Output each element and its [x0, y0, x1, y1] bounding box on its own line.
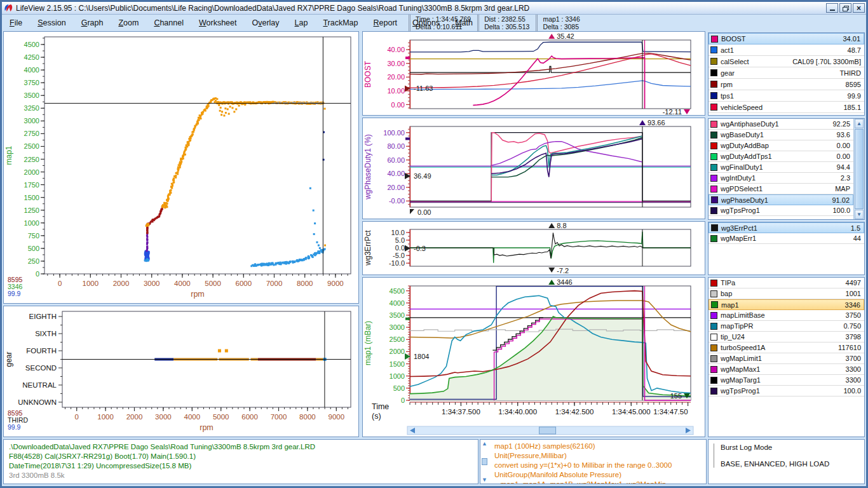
channel-value: 3700: [846, 355, 864, 362]
lifeview-logo-icon: [4, 4, 13, 12]
svg-text:4000: 4000: [184, 413, 201, 421]
channel-row-wgBaseDuty1[interactable]: wgBaseDuty193.6: [709, 130, 853, 140]
channel-row-mapLimitBase[interactable]: mapLimitBase3750: [709, 310, 864, 321]
channel-name: wgDutyAddBap: [721, 142, 837, 149]
svg-text:10.00: 10.00: [387, 87, 405, 95]
channel-value: 4497: [846, 279, 864, 287]
channel-value: 100.0: [832, 207, 853, 214]
window-title: LifeView 2.15.95 : C:\Users\Public\Docum…: [16, 4, 826, 13]
minimize-button[interactable]: [826, 3, 838, 13]
channel-name: tps1: [721, 92, 848, 100]
channel-row-wgMapLimit1[interactable]: wgMapLimit13700: [709, 353, 864, 364]
channel-list-main: BOOST34.01act148.7calSelectCAL09 [.70L 3…: [708, 32, 865, 116]
scroll-down-icon[interactable]: ▼: [855, 210, 864, 219]
channel-row-wgIntDuty1[interactable]: wgIntDuty12.3: [709, 173, 853, 184]
channel-row-bap[interactable]: bap1001: [709, 288, 864, 299]
channel-row-wgFinalDuty1[interactable]: wgFinalDuty194.4: [709, 162, 853, 173]
menu-item-file[interactable]: File: [2, 16, 30, 30]
svg-text:1750: 1750: [24, 181, 39, 189]
channel-row-rpm[interactable]: rpm8595: [709, 79, 864, 90]
channel-name: rpm: [721, 81, 846, 88]
status-group-0: Time : 1:34:45.769Delta : 0:10.611: [409, 15, 477, 31]
scroll-up-icon[interactable]: ▲: [482, 440, 487, 447]
scroll-down-icon[interactable]: ▼: [482, 477, 487, 483]
channel-color-swatch: [710, 46, 717, 53]
channel-row-tps1[interactable]: tps199.9: [709, 90, 864, 102]
scroll-thumb[interactable]: [855, 129, 864, 209]
channel-row-wgAntiphaseDuty1[interactable]: wgAntiphaseDuty192.25: [709, 119, 853, 130]
svg-text:2000: 2000: [390, 348, 405, 355]
svg-text:2500: 2500: [390, 336, 405, 343]
channel-row-calSelect[interactable]: calSelectCAL09 [.70L 3300mB]: [709, 56, 864, 67]
channel-row-wgMapErr1[interactable]: wgMapErr144: [709, 233, 864, 244]
svg-text:99.9: 99.9: [8, 290, 21, 297]
channel-row-map1[interactable]: map13346: [709, 299, 864, 310]
channel-row-mapTipPR[interactable]: mapTipPR0.750: [709, 321, 864, 332]
channel-list-wgduty: wgAntiphaseDuty192.25wgBaseDuty193.6wgDu…: [708, 118, 865, 220]
channel-row-wgMapMax1[interactable]: wgMapMax13300: [709, 364, 864, 375]
svg-text:9000: 9000: [327, 280, 344, 287]
menu-item-lap[interactable]: Lap: [287, 16, 316, 30]
wg3errpct-time-chart[interactable]: -10.0-5.00.05.010.0-0.38.8-7.2wg3ErrPct: [362, 221, 705, 275]
channel-row-wgMapTarg1[interactable]: wgMapTarg13300: [709, 375, 864, 386]
channel-name: TIPa: [721, 279, 846, 287]
channel-row-wgPhaseDuty1[interactable]: wgPhaseDuty191.02: [709, 194, 853, 205]
channel-value: 1.5: [851, 224, 864, 232]
map1-vs-rpm-scatter-chart[interactable]: 0250500750100012501500175020002250250027…: [3, 31, 359, 304]
channel-row-act1[interactable]: act148.7: [709, 44, 864, 56]
svg-text:1804: 1804: [414, 353, 429, 360]
channel-name: bap: [721, 290, 846, 297]
map1-time-chart[interactable]: 0500100015002000250030003500400045001:34…: [362, 277, 705, 437]
menu-item-trackmap[interactable]: TrackMap: [315, 16, 365, 30]
log-mode-detail: BASE, ENHANCED, HIGH LOAD: [721, 460, 864, 468]
channel-info-line: convert using y=(1*x)+0 to Millibar in t…: [494, 461, 701, 470]
channel-value: 0.00: [837, 152, 853, 160]
menu-item-session[interactable]: Session: [30, 16, 73, 30]
channel-row-gear[interactable]: gearTHIRD: [709, 67, 864, 79]
svg-text:4000: 4000: [390, 299, 405, 307]
channel-row-wgTpsProg1[interactable]: wgTpsProg1100.0: [709, 205, 853, 216]
channel-name: wg3ErrPct1: [721, 224, 851, 232]
channel-row-wgPDSelect1[interactable]: wgPDSelect1MAP: [709, 184, 853, 194]
channel-color-swatch: [711, 224, 718, 231]
channel-row-BOOST[interactable]: BOOST34.01: [709, 33, 864, 44]
close-button[interactable]: ×: [853, 3, 865, 13]
channel-row-wgDutyAddBap[interactable]: wgDutyAddBap0.00: [709, 140, 853, 151]
menu-item-zoom[interactable]: Zoom: [111, 16, 146, 30]
channel-color-swatch: [710, 121, 717, 128]
svg-text:4500: 4500: [390, 287, 405, 295]
channel-value: 3300: [846, 376, 864, 384]
menu-item-report[interactable]: Report: [366, 16, 405, 30]
svg-text:4500: 4500: [24, 41, 39, 48]
scroll-thumb[interactable]: [482, 458, 487, 465]
svg-text:1000: 1000: [83, 280, 99, 287]
channel-value: 117610: [838, 344, 864, 351]
restore-button[interactable]: [839, 3, 851, 13]
svg-text:FOURTH: FOURTH: [26, 347, 57, 355]
channel-row-wgDutyAddTps1[interactable]: wgDutyAddTps10.00: [709, 151, 853, 162]
scroll-up-icon[interactable]: ▲: [855, 119, 864, 128]
channel-info-panel: ▲ ▼ map1 (100Hz) samples(62160)Unit(Pres…: [480, 439, 707, 484]
channel-name: wgPhaseDuty1: [721, 196, 832, 204]
menu-item-worksheet[interactable]: Worksheet: [191, 16, 245, 30]
channel-row-tip_U24[interactable]: tip_U243798: [709, 332, 864, 342]
svg-text:500: 500: [393, 384, 405, 392]
channel-list-scrollbar[interactable]: ▲ ▼: [853, 119, 864, 219]
channel-info-scrollbar[interactable]: ▲ ▼: [480, 440, 489, 484]
channel-row-vehicleSpeed[interactable]: vehicleSpeed185.1: [709, 102, 864, 113]
gear-vs-rpm-chart[interactable]: UNKNOWNNEUTRALSECONDFOURTHSIXTHEIGHTH010…: [3, 306, 359, 437]
boost-time-chart[interactable]: 0.0010.0020.0030.0040.00-11.6335.42-12.1…: [362, 31, 705, 116]
menu-item-channel[interactable]: Channel: [146, 16, 191, 30]
menu-item-overlay[interactable]: Overlay: [244, 16, 287, 30]
svg-text:155: 155: [670, 392, 682, 400]
channel-value: 91.02: [832, 196, 853, 204]
menu-item-graph[interactable]: Graph: [74, 16, 111, 30]
channel-row-wgTpsProg1[interactable]: wgTpsProg1100.0: [709, 386, 864, 396]
channel-name: wgAntiphaseDuty1: [721, 120, 832, 128]
wgphaseduty-time-chart[interactable]: -0.0020.0040.0060.0080.00100.0036.4993.6…: [362, 118, 705, 219]
svg-text:20.00: 20.00: [387, 73, 405, 81]
svg-text:36.49: 36.49: [414, 172, 431, 180]
channel-row-wg3ErrPct1[interactable]: wg3ErrPct11.5: [709, 222, 864, 233]
channel-row-TIPa[interactable]: TIPa4497: [709, 278, 864, 288]
channel-row-turboSpeed1A[interactable]: turboSpeed1A117610: [709, 342, 864, 353]
